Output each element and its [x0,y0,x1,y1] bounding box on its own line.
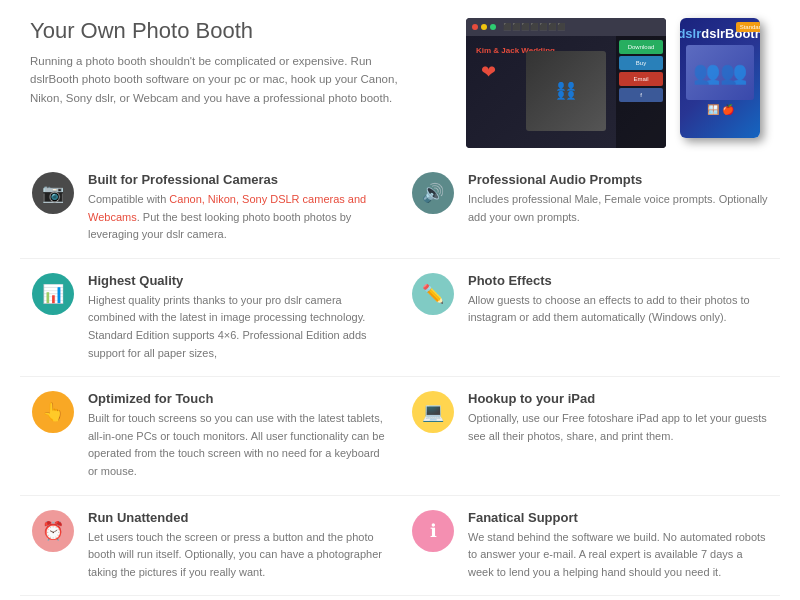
feature-desc-run-unattended: Let users touch the screen or press a bu… [88,529,388,582]
header-description: Running a photo booth shouldn't be compl… [30,52,410,107]
dot-green [490,24,496,30]
screenshot-body: Kim & Jack Wedding ❤ 👤👤👤👤 Download Buy E… [466,36,666,148]
feature-icon-hookup-ipad: 💻 [412,391,454,433]
product-box-inner: Standard dslrdslrBooth 👥👥 🪟 🍎 [680,18,760,138]
feature-icon-professional-cameras: 📷 [32,172,74,214]
photo-placeholder: 👤👤👤👤 [556,82,576,100]
feature-title-run-unattended: Run Unattended [88,510,388,525]
features-grid: 📷 Built for Professional Cameras Compati… [0,158,800,600]
feature-item-audio-prompts: 🔊 Professional Audio Prompts Includes pr… [400,158,780,259]
feature-title-photo-effects: Photo Effects [468,273,768,288]
feature-title-audio-prompts: Professional Audio Prompts [468,172,768,187]
feature-item-professional-cameras: 📷 Built for Professional Cameras Compati… [20,158,400,259]
feature-icon-symbol-highest-quality: 📊 [42,283,64,305]
topbar-icons: ⬛⬛⬛⬛⬛⬛⬛ [503,23,566,31]
download-btn-preview: Download [619,40,663,54]
feature-content-highest-quality: Highest Quality Highest quality prints t… [88,273,388,362]
feature-item-fanatical-support: ℹ Fanatical Support We stand behind the … [400,496,780,597]
feature-desc-professional-cameras: Compatible with Canon, Nikon, Sony DSLR … [88,191,388,244]
feature-item-run-unattended: ⏰ Run Unattended Let users touch the scr… [20,496,400,597]
feature-content-fanatical-support: Fanatical Support We stand behind the so… [468,510,768,582]
feature-icon-symbol-audio-prompts: 🔊 [422,182,444,204]
feature-icon-audio-prompts: 🔊 [412,172,454,214]
feature-content-hookup-ipad: Hookup to your iPad Optionally, use our … [468,391,768,445]
feature-content-professional-cameras: Built for Professional Cameras Compatibl… [88,172,388,244]
feature-icon-symbol-run-unattended: ⏰ [42,520,64,542]
photo-preview: 👤👤👤👤 [526,51,606,131]
apple-icon: 🍎 [722,104,734,115]
feature-title-fanatical-support: Fanatical Support [468,510,768,525]
feature-icon-symbol-professional-cameras: 📷 [42,182,64,204]
dot-yellow [481,24,487,30]
feature-icon-highest-quality: 📊 [32,273,74,315]
hearts-decoration: ❤ [481,61,496,83]
screenshot-sidebar: Download Buy Email f [616,36,666,148]
feature-item-photo-effects: ✏️ Photo Effects Allow guests to choose … [400,259,780,377]
feature-item-built-by-professionals: 👍 Built and Used by Professionals Built … [400,596,780,600]
feature-icon-symbol-photo-effects: ✏️ [422,283,444,305]
feature-title-hookup-ipad: Hookup to your iPad [468,391,768,406]
header-images: ⬛⬛⬛⬛⬛⬛⬛ Kim & Jack Wedding ❤ 👤👤👤👤 Downlo… [466,18,770,148]
feature-icon-fanatical-support: ℹ [412,510,454,552]
feature-desc-highest-quality: Highest quality prints thanks to your pr… [88,292,388,362]
feature-title-professional-cameras: Built for Professional Cameras [88,172,388,187]
feature-icon-symbol-hookup-ipad: 💻 [422,401,444,423]
email-btn-preview: Email [619,72,663,86]
buy-btn-preview: Buy [619,56,663,70]
dot-red [472,24,478,30]
feature-item-hookup-ipad: 💻 Hookup to your iPad Optionally, use ou… [400,377,780,495]
windows-icon: 🪟 [707,104,719,115]
product-photos: 👥👥 [686,45,754,100]
product-photo-icons: 👥👥 [693,60,747,86]
feature-desc-photo-effects: Allow guests to choose an effects to add… [468,292,768,327]
header: Your Own Photo Booth Running a photo boo… [0,0,800,158]
feature-icon-photo-effects: ✏️ [412,273,454,315]
feature-desc-hookup-ipad: Optionally, use our Free fotoshare iPad … [468,410,768,445]
feature-icon-run-unattended: ⏰ [32,510,74,552]
product-os-icons: 🪟 🍎 [707,104,734,115]
fb-btn-preview: f [619,88,663,102]
feature-desc-fanatical-support: We stand behind the software we build. N… [468,529,768,582]
software-screenshot: ⬛⬛⬛⬛⬛⬛⬛ Kim & Jack Wedding ❤ 👤👤👤👤 Downlo… [466,18,666,148]
page-title: Your Own Photo Booth [30,18,410,44]
feature-content-run-unattended: Run Unattended Let users touch the scree… [88,510,388,582]
feature-icon-symbol-fanatical-support: ℹ [430,520,437,542]
screenshot-topbar: ⬛⬛⬛⬛⬛⬛⬛ [466,18,666,36]
feature-title-highest-quality: Highest Quality [88,273,388,288]
feature-desc-audio-prompts: Includes professional Male, Female voice… [468,191,768,226]
feature-item-built-in-templates: 📄 Built-in Templates Several templates a… [20,596,400,600]
feature-content-photo-effects: Photo Effects Allow guests to choose an … [468,273,768,327]
feature-content-optimized-touch: Optimized for Touch Built for touch scre… [88,391,388,480]
feature-icon-optimized-touch: 👆 [32,391,74,433]
feature-content-audio-prompts: Professional Audio Prompts Includes prof… [468,172,768,226]
feature-icon-symbol-optimized-touch: 👆 [42,401,64,423]
product-badge: Standard [736,22,760,32]
feature-desc-optimized-touch: Built for touch screens so you can use w… [88,410,388,480]
camera-link[interactable]: Canon, Nikon, Sony DSLR cameras and Webc… [88,193,366,223]
product-box: Standard dslrdslrBooth 👥👥 🪟 🍎 [680,18,770,148]
header-text-block: Your Own Photo Booth Running a photo boo… [30,18,410,107]
feature-title-optimized-touch: Optimized for Touch [88,391,388,406]
feature-item-optimized-touch: 👆 Optimized for Touch Built for touch sc… [20,377,400,495]
feature-item-highest-quality: 📊 Highest Quality Highest quality prints… [20,259,400,377]
